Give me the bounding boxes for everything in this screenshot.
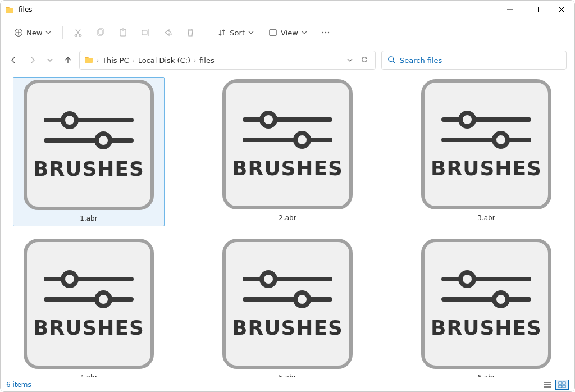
svg-rect-16 xyxy=(559,385,562,388)
svg-rect-0 xyxy=(533,7,539,12)
minimize-button[interactable] xyxy=(497,1,523,19)
file-item[interactable]: BRUSHES3.abr xyxy=(410,77,562,226)
sort-label: Sort xyxy=(230,29,245,37)
brush-icon-label: BRUSHES xyxy=(232,157,343,180)
window-title: files xyxy=(19,6,33,13)
svg-point-11 xyxy=(325,32,326,33)
brush-icon-label: BRUSHES xyxy=(232,316,343,339)
refresh-button[interactable] xyxy=(358,56,371,65)
search-icon xyxy=(387,55,395,66)
address-dropdown[interactable] xyxy=(345,56,355,65)
brush-icon-label: BRUSHES xyxy=(431,157,542,180)
more-button[interactable] xyxy=(316,23,335,42)
close-button[interactable] xyxy=(549,1,574,19)
file-item[interactable]: BRUSHES2.abr xyxy=(212,77,363,226)
separator xyxy=(206,26,206,39)
file-grid: BRUSHES1.abrBRUSHES2.abrBRUSHES3.abrBRUS… xyxy=(6,77,569,377)
file-item[interactable]: BRUSHES6.abr xyxy=(410,236,562,377)
chevron-down-icon xyxy=(45,30,51,35)
chevron-down-icon xyxy=(248,30,254,35)
sort-icon xyxy=(217,28,226,37)
svg-rect-17 xyxy=(563,385,565,388)
window-controls xyxy=(497,1,574,19)
rename-button[interactable] xyxy=(136,23,155,42)
item-count: 6 items xyxy=(6,381,31,389)
breadcrumb-item[interactable]: files xyxy=(199,55,215,66)
search-input[interactable] xyxy=(400,56,560,65)
navigation-row: › This PC › Local Disk (C:) › files xyxy=(1,47,574,74)
folder-icon xyxy=(84,55,93,66)
brush-file-icon: BRUSHES xyxy=(421,239,551,369)
recent-button[interactable] xyxy=(44,54,56,66)
brush-file-icon: BRUSHES xyxy=(24,80,154,210)
new-label: New xyxy=(26,29,42,37)
svg-point-13 xyxy=(389,56,394,61)
brush-file-icon: BRUSHES xyxy=(421,79,551,209)
title-bar: files xyxy=(1,1,574,19)
file-item[interactable]: BRUSHES1.abr xyxy=(13,77,165,226)
back-button[interactable] xyxy=(8,54,20,66)
brush-file-icon: BRUSHES xyxy=(222,239,353,369)
brush-file-icon: BRUSHES xyxy=(24,239,154,369)
up-button[interactable] xyxy=(62,54,74,66)
icons-view-button[interactable] xyxy=(555,380,569,390)
share-button[interactable] xyxy=(158,23,177,42)
nav-buttons xyxy=(8,54,74,66)
status-bar: 6 items xyxy=(1,377,574,391)
file-item[interactable]: BRUSHES4.abr xyxy=(13,236,165,377)
svg-point-12 xyxy=(328,32,329,33)
sort-button[interactable]: Sort xyxy=(212,23,259,42)
svg-rect-15 xyxy=(563,382,565,384)
svg-rect-14 xyxy=(559,382,562,384)
file-name: 1.abr xyxy=(80,215,97,222)
file-item[interactable]: BRUSHES5.abr xyxy=(212,236,363,377)
paste-button[interactable] xyxy=(113,23,133,42)
svg-rect-9 xyxy=(270,30,276,35)
chevron-right-icon: › xyxy=(97,57,99,63)
svg-rect-8 xyxy=(142,30,147,35)
forward-button[interactable] xyxy=(26,54,38,66)
file-name: 3.abr xyxy=(477,214,495,222)
brush-icon-label: BRUSHES xyxy=(33,157,144,180)
chevron-down-icon xyxy=(302,30,307,35)
maximize-button[interactable] xyxy=(523,1,549,19)
copy-button[interactable] xyxy=(91,23,110,42)
breadcrumb-item[interactable]: Local Disk (C:) xyxy=(138,55,190,66)
file-area[interactable]: BRUSHES1.abrBRUSHES2.abrBRUSHES3.abrBRUS… xyxy=(1,74,574,377)
brush-file-icon: BRUSHES xyxy=(222,79,353,209)
brush-icon-label: BRUSHES xyxy=(431,316,542,339)
delete-button[interactable] xyxy=(181,23,200,42)
address-bar[interactable]: › This PC › Local Disk (C:) › files xyxy=(79,51,376,70)
view-label: View xyxy=(281,29,298,37)
search-box[interactable] xyxy=(381,51,567,70)
cut-button[interactable] xyxy=(69,23,88,42)
separator xyxy=(62,26,63,39)
chevron-right-icon: › xyxy=(133,57,135,63)
details-view-button[interactable] xyxy=(541,380,554,390)
breadcrumb-item[interactable]: This PC xyxy=(102,55,129,66)
brush-icon-label: BRUSHES xyxy=(33,316,144,339)
new-button[interactable]: New xyxy=(8,23,57,42)
view-button[interactable]: View xyxy=(263,23,313,42)
chevron-right-icon: › xyxy=(194,57,196,63)
folder-icon xyxy=(5,5,14,14)
view-icon xyxy=(268,28,277,37)
toolbar: New Sort View xyxy=(1,19,574,47)
file-name: 2.abr xyxy=(279,214,296,222)
svg-point-10 xyxy=(322,32,323,33)
